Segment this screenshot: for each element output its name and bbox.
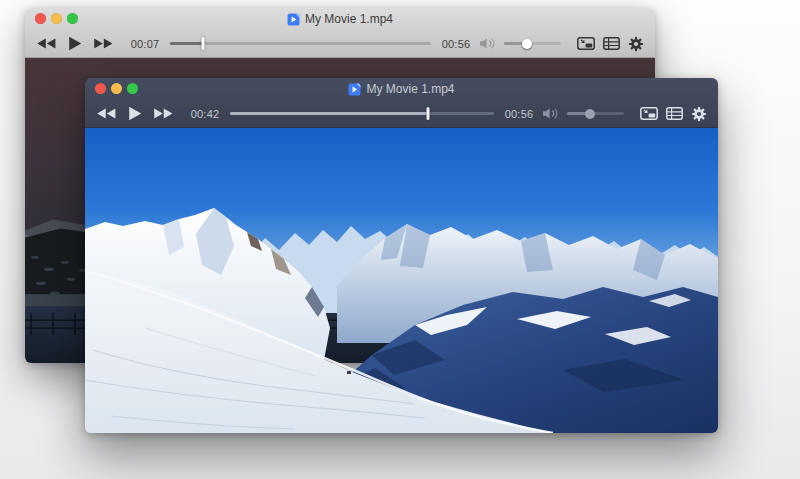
chapters-button[interactable] — [603, 37, 620, 50]
pip-button[interactable] — [577, 37, 595, 50]
close-button[interactable] — [95, 83, 106, 94]
chapters-button[interactable] — [666, 107, 683, 120]
playback-controls: 00:42 00:56 — [85, 100, 718, 127]
elapsed-time: 00:07 — [128, 38, 162, 50]
playhead[interactable] — [427, 107, 430, 120]
minimize-button[interactable] — [111, 83, 122, 94]
traffic-lights — [95, 83, 138, 94]
settings-button[interactable] — [628, 36, 644, 52]
video-content-alps[interactable] — [85, 128, 718, 433]
pip-icon — [640, 107, 658, 120]
window-title: My Movie 1.mp4 — [287, 13, 393, 26]
player-window-foreground[interactable]: My Movie 1.mp4 00:42 00 — [85, 78, 718, 433]
speaker-icon — [542, 107, 561, 120]
seek-elapsed — [230, 112, 428, 115]
movie-file-icon — [348, 83, 361, 96]
pip-button[interactable] — [640, 107, 658, 120]
play-button[interactable] — [128, 106, 142, 121]
window-chrome: My Movie 1.mp4 00:42 00 — [85, 78, 718, 128]
volume-slider[interactable] — [504, 38, 561, 50]
minimize-button[interactable] — [51, 13, 62, 24]
titlebar[interactable]: My Movie 1.mp4 — [85, 78, 718, 100]
fast-forward-icon — [153, 108, 174, 119]
gear-icon — [691, 106, 707, 122]
duration-time: 00:56 — [439, 38, 473, 50]
movie-file-icon — [287, 13, 300, 26]
volume-knob[interactable] — [522, 39, 532, 49]
volume-slider[interactable] — [567, 108, 624, 120]
play-icon — [128, 106, 142, 121]
fast-forward-icon — [93, 38, 114, 49]
titlebar[interactable]: My Movie 1.mp4 — [25, 8, 655, 30]
volume-knob[interactable] — [585, 109, 595, 119]
mute-button[interactable] — [479, 37, 498, 50]
rewind-button[interactable] — [96, 108, 117, 119]
seek-elapsed — [170, 42, 203, 45]
chapters-icon — [666, 107, 683, 120]
seek-track — [170, 42, 431, 45]
play-button[interactable] — [68, 36, 82, 51]
rewind-icon — [36, 38, 57, 49]
window-title-text: My Movie 1.mp4 — [366, 83, 454, 95]
fast-forward-button[interactable] — [93, 38, 114, 49]
mute-button[interactable] — [542, 107, 561, 120]
desktop: My Movie 1.mp4 00:07 00 — [0, 0, 800, 479]
playhead[interactable] — [201, 37, 204, 50]
snowy-alps-scene — [85, 128, 718, 433]
window-chrome: My Movie 1.mp4 00:07 00 — [25, 8, 655, 58]
rewind-button[interactable] — [36, 38, 57, 49]
window-title: My Movie 1.mp4 — [348, 83, 454, 96]
zoom-button[interactable] — [127, 83, 138, 94]
settings-button[interactable] — [691, 106, 707, 122]
fast-forward-button[interactable] — [153, 108, 174, 119]
seek-slider[interactable] — [230, 107, 494, 120]
play-icon — [68, 36, 82, 51]
playback-controls: 00:07 00:56 — [25, 30, 655, 57]
gear-icon — [628, 36, 644, 52]
duration-time: 00:56 — [502, 108, 536, 120]
close-button[interactable] — [35, 13, 46, 24]
speaker-icon — [479, 37, 498, 50]
seek-slider[interactable] — [170, 37, 431, 50]
elapsed-time: 00:42 — [188, 108, 222, 120]
window-title-text: My Movie 1.mp4 — [305, 13, 393, 25]
rewind-icon — [96, 108, 117, 119]
zoom-button[interactable] — [67, 13, 78, 24]
traffic-lights — [35, 13, 78, 24]
pip-icon — [577, 37, 595, 50]
chapters-icon — [603, 37, 620, 50]
